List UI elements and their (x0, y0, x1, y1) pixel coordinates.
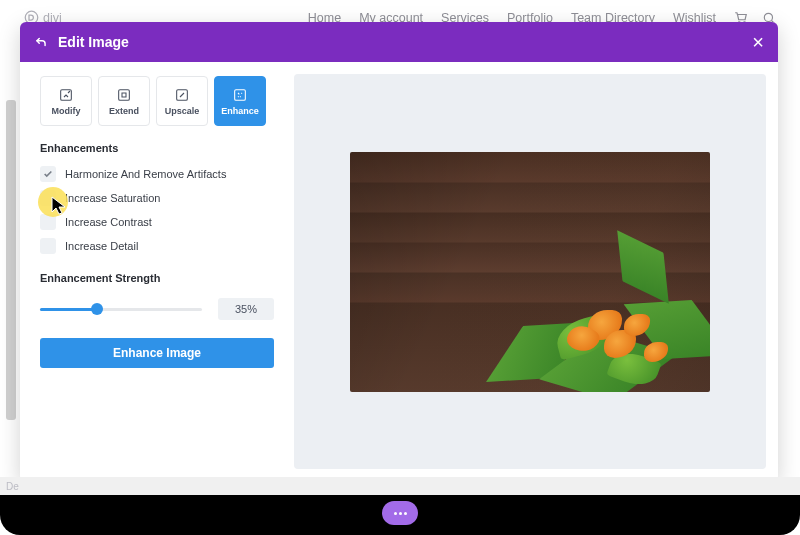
svg-rect-7 (235, 89, 246, 100)
tab-upscale-label: Upscale (165, 106, 200, 116)
check-label: Increase Detail (65, 240, 138, 252)
modal-header: Edit Image × (20, 22, 778, 62)
check-label: Increase Contrast (65, 216, 152, 228)
enhance-button[interactable]: Enhance Image (40, 338, 274, 368)
tab-enhance[interactable]: Enhance (214, 76, 266, 126)
enhancements-heading: Enhancements (40, 142, 274, 154)
tab-modify-label: Modify (52, 106, 81, 116)
more-button[interactable] (382, 501, 418, 525)
upscale-icon (174, 87, 190, 103)
strength-value[interactable]: 35% (218, 298, 274, 320)
check-label: Harmonize And Remove Artifacts (65, 168, 226, 180)
tab-upscale[interactable]: Upscale (156, 76, 208, 126)
checkbox-icon (40, 190, 56, 206)
slider-thumb[interactable] (91, 303, 103, 315)
checkbox-icon (40, 238, 56, 254)
back-button[interactable] (34, 35, 48, 49)
check-detail[interactable]: Increase Detail (40, 238, 274, 254)
slider-fill (40, 308, 97, 311)
edit-image-modal: Edit Image × Modify Extend Up (20, 22, 778, 481)
modal-title: Edit Image (58, 34, 129, 50)
checkbox-icon (40, 214, 56, 230)
check-harmonize[interactable]: Harmonize And Remove Artifacts (40, 166, 274, 182)
strength-slider[interactable] (40, 306, 202, 312)
enhance-icon (232, 87, 248, 103)
strength-label: Enhancement Strength (40, 272, 274, 284)
tab-enhance-label: Enhance (221, 106, 259, 116)
modify-icon (58, 87, 74, 103)
check-contrast[interactable]: Increase Contrast (40, 214, 274, 230)
checkbox-icon (40, 166, 56, 182)
preview-area (290, 62, 778, 481)
tab-modify[interactable]: Modify (40, 76, 92, 126)
check-saturation[interactable]: Increase Saturation (40, 190, 274, 206)
page-footer-strip: De (0, 477, 800, 495)
page-bg-strip (6, 100, 16, 420)
sidebar-panel: Modify Extend Upscale Enhance (20, 62, 290, 481)
enhancements-list: Harmonize And Remove Artifacts Increase … (40, 166, 274, 254)
tab-row: Modify Extend Upscale Enhance (40, 76, 274, 126)
extend-icon (116, 87, 132, 103)
preview-background (294, 74, 766, 469)
check-label: Increase Saturation (65, 192, 160, 204)
tab-extend-label: Extend (109, 106, 139, 116)
preview-image (350, 152, 710, 392)
close-button[interactable]: × (752, 32, 764, 52)
svg-rect-5 (119, 89, 130, 100)
svg-point-3 (764, 13, 772, 21)
tab-extend[interactable]: Extend (98, 76, 150, 126)
